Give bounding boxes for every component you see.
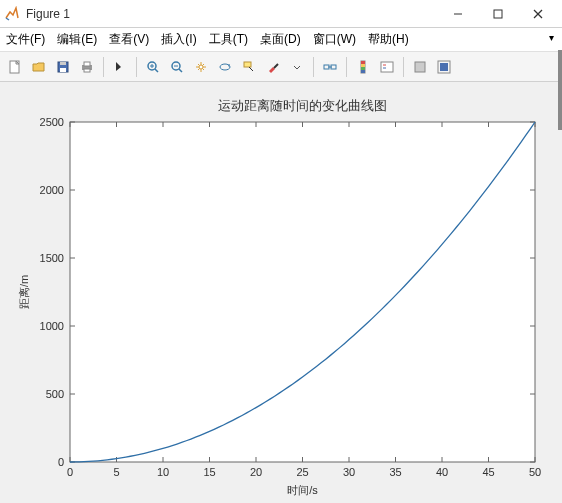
menu-file[interactable]: 文件(F)	[6, 31, 45, 48]
window-title: Figure 1	[26, 7, 438, 21]
svg-rect-34	[415, 62, 425, 72]
svg-line-12	[155, 69, 158, 72]
insert-legend-button[interactable]	[376, 56, 398, 78]
svg-rect-31	[381, 62, 393, 72]
svg-rect-20	[244, 62, 251, 67]
data-cursor-button[interactable]	[238, 56, 260, 78]
edit-plot-button[interactable]	[109, 56, 131, 78]
svg-line-16	[179, 69, 182, 72]
svg-line-22	[274, 64, 278, 68]
toolbar-separator	[103, 57, 104, 77]
zoom-in-button[interactable]	[142, 56, 164, 78]
menu-overflow-icon[interactable]: ▾	[549, 32, 554, 43]
figure-canvas[interactable]: 0510152025303540455005001000150020002500…	[0, 82, 562, 503]
svg-text:50: 50	[529, 466, 541, 478]
svg-rect-28	[361, 64, 365, 67]
axes[interactable]: 0510152025303540455005001000150020002500…	[0, 82, 562, 503]
svg-text:1500: 1500	[40, 252, 64, 264]
toolbar-separator	[136, 57, 137, 77]
menu-help[interactable]: 帮助(H)	[368, 31, 409, 48]
svg-text:35: 35	[389, 466, 401, 478]
svg-rect-9	[84, 62, 90, 66]
show-plot-tools-button[interactable]	[433, 56, 455, 78]
svg-text:5: 5	[113, 466, 119, 478]
new-figure-button[interactable]	[4, 56, 26, 78]
menu-insert[interactable]: 插入(I)	[161, 31, 196, 48]
menu-tools[interactable]: 工具(T)	[209, 31, 248, 48]
svg-text:时间/s: 时间/s	[287, 484, 318, 496]
minimize-button[interactable]	[438, 2, 478, 26]
matlab-logo-icon	[4, 6, 20, 22]
svg-rect-37	[70, 122, 535, 462]
dock-handle[interactable]	[558, 50, 562, 130]
svg-text:1000: 1000	[40, 320, 64, 332]
toolbar-separator	[346, 57, 347, 77]
insert-colorbar-button[interactable]	[352, 56, 374, 78]
svg-rect-6	[60, 68, 66, 72]
svg-text:2000: 2000	[40, 184, 64, 196]
svg-text:40: 40	[436, 466, 448, 478]
close-button[interactable]	[518, 2, 558, 26]
svg-rect-27	[361, 61, 365, 64]
title-bar: Figure 1	[0, 0, 562, 28]
dropdown-icon[interactable]	[286, 56, 308, 78]
svg-line-21	[249, 67, 253, 71]
menu-bar: 文件(F) 编辑(E) 查看(V) 插入(I) 工具(T) 桌面(D) 窗口(W…	[0, 28, 562, 52]
open-button[interactable]	[28, 56, 50, 78]
window-controls	[438, 2, 558, 26]
svg-rect-29	[361, 67, 365, 70]
zoom-out-button[interactable]	[166, 56, 188, 78]
toolbar-separator	[313, 57, 314, 77]
svg-text:500: 500	[46, 388, 64, 400]
svg-rect-10	[84, 69, 90, 72]
brush-button[interactable]	[262, 56, 284, 78]
svg-text:20: 20	[250, 466, 262, 478]
maximize-button[interactable]	[478, 2, 518, 26]
svg-text:距离/m: 距离/m	[18, 275, 30, 309]
menu-edit[interactable]: 编辑(E)	[57, 31, 97, 48]
svg-text:10: 10	[157, 466, 169, 478]
menu-view[interactable]: 查看(V)	[109, 31, 149, 48]
svg-rect-36	[440, 63, 448, 71]
menu-desktop[interactable]: 桌面(D)	[260, 31, 301, 48]
pan-button[interactable]	[190, 56, 212, 78]
svg-text:30: 30	[343, 466, 355, 478]
toolbar-separator	[403, 57, 404, 77]
svg-text:25: 25	[296, 466, 308, 478]
print-button[interactable]	[76, 56, 98, 78]
svg-text:45: 45	[482, 466, 494, 478]
svg-rect-30	[361, 70, 365, 73]
link-plot-button[interactable]	[319, 56, 341, 78]
svg-text:2500: 2500	[40, 116, 64, 128]
svg-point-18	[199, 65, 203, 69]
rotate-3d-button[interactable]	[214, 56, 236, 78]
svg-text:0: 0	[67, 466, 73, 478]
svg-text:15: 15	[203, 466, 215, 478]
save-button[interactable]	[52, 56, 74, 78]
toolbar	[0, 52, 562, 82]
menu-window[interactable]: 窗口(W)	[313, 31, 356, 48]
hide-plot-tools-button[interactable]	[409, 56, 431, 78]
svg-text:运动距离随时间的变化曲线图: 运动距离随时间的变化曲线图	[218, 98, 387, 113]
svg-rect-1	[494, 10, 502, 18]
svg-text:0: 0	[58, 456, 64, 468]
svg-rect-7	[60, 62, 66, 65]
